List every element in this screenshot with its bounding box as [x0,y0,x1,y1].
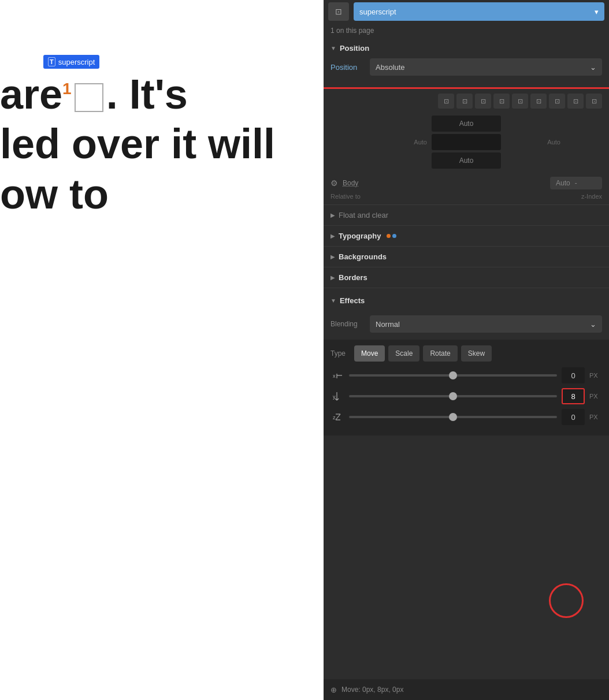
z-index-dash: - [575,179,577,187]
content-text: are1. It's led over it will ow to [0,69,275,219]
z-slider-track[interactable] [349,416,557,418]
align-btn-1[interactable]: ⊡ [438,94,454,109]
y-value-annotation [549,583,584,618]
z-index-text: z-Index [581,193,602,200]
dot-blue-icon [392,234,396,238]
float-clear-chevron-icon: ▶ [331,212,335,218]
y-unit-label: PX [589,393,602,400]
square-placeholder [75,83,103,112]
x-slider-track[interactable] [349,374,557,377]
position-left-label: Auto [414,139,427,146]
move-icon: ⊕ [331,686,337,694]
float-clear-label: Float and clear [339,211,388,219]
typography-dots [387,234,396,238]
svg-line-9 [336,414,340,420]
position-top-input[interactable]: Auto [432,116,501,132]
properties-panel: ⊡ superscript ▾ 1 on this page ▼ Positio… [324,0,609,700]
svg-text:z: z [333,415,336,420]
bottom-status-bar: ⊕ Move: 0px, 8px, 0px [324,679,609,700]
gear-icon: ⚙ [331,178,338,188]
borders-title: Borders [339,273,367,282]
z-index-input[interactable]: Auto - [550,177,602,189]
transform-rotate-btn[interactable]: Rotate [423,345,457,362]
x-value-input[interactable]: 0 [562,367,585,383]
z-slider-thumb[interactable] [449,413,457,421]
body-label[interactable]: Body [343,179,545,187]
transform-type-row: Type Move Scale Rotate Skew [331,345,602,362]
element-name-dropdown[interactable]: superscript ▾ [354,2,604,21]
relative-to-row: ⚙ Body Auto - [324,173,609,193]
typography-section-header[interactable]: ▶ Typography [324,226,609,246]
position-trbl-container: Auto Auto Auto Auto [324,113,609,173]
y-value-input[interactable]: 8 [562,388,585,404]
blending-dropdown[interactable]: Normal ⌄ [370,315,602,333]
effects-title: Effects [340,296,365,305]
typography-title: Typography [339,232,381,240]
effects-chevron-icon: ▼ [331,297,336,304]
x-unit-label: PX [589,372,602,379]
position-type-value: Absolute [376,63,405,72]
position-bottom-input[interactable]: Auto [432,152,501,169]
align-btn-4[interactable]: ⊡ [493,94,510,109]
position-center-area [432,134,501,150]
text-icon: T [48,57,55,66]
element-type-icon: ⊡ [335,7,342,16]
content-panel: T superscript are1. It's led over it wil… [0,0,324,700]
z-value-input[interactable]: 0 [562,409,585,425]
align-btn-2[interactable]: ⊡ [456,94,473,109]
element-top-bar: ⊡ superscript ▾ [324,0,609,23]
borders-chevron-icon: ▶ [331,274,335,281]
align-btn-7[interactable]: ⊡ [549,94,565,109]
blending-arrow-icon: ⌄ [590,320,596,329]
effects-section-header[interactable]: ▼ Effects [324,291,609,311]
position-chevron-icon: ▼ [331,45,336,51]
relative-labels: Relative to z-Index [324,193,609,204]
x-axis-slider-row: x 0 PX [331,367,602,383]
superscript-number: 1 [62,80,72,98]
position-type-row: Position Absolute ⌄ [331,58,602,76]
on-page-count: 1 on this page [324,23,609,38]
element-icon-button[interactable]: ⊡ [328,2,349,21]
z-axis-icon: z [331,412,344,422]
blending-row: Blending Normal ⌄ [324,311,609,337]
backgrounds-chevron-icon: ▶ [331,254,335,260]
backgrounds-section-header[interactable]: ▶ Backgrounds [324,247,609,267]
borders-section-header[interactable]: ▶ Borders [324,267,609,288]
x-axis-icon: x [331,370,344,381]
align-btn-5[interactable]: ⊡ [512,94,528,109]
y-axis-slider-row: y 8 PX [331,388,602,404]
align-btn-9[interactable]: ⊡ [586,94,602,109]
transform-summary: Move: 0px, 8px, 0px [341,686,403,694]
effects-section: ▼ Effects Blending Normal ⌄ [324,288,609,340]
y-slider-thumb[interactable] [449,392,457,400]
position-controls: Position Absolute ⌄ [324,58,609,87]
y-slider-track[interactable] [349,395,557,397]
transform-skew-btn[interactable]: Skew [461,345,492,362]
transform-scale-btn[interactable]: Scale [388,345,419,362]
align-btn-8[interactable]: ⊡ [567,94,584,109]
relative-to-text: Relative to [331,193,361,200]
transform-move-btn[interactable]: Move [354,345,385,362]
element-name-text: superscript [359,8,396,16]
z-unit-label: PX [589,414,602,420]
x-slider-thumb[interactable] [449,371,457,379]
align-btn-3[interactable]: ⊡ [475,94,491,109]
position-type-dropdown[interactable]: Absolute ⌄ [370,58,602,76]
superscript-label[interactable]: T superscript [43,55,99,69]
backgrounds-title: Backgrounds [339,252,387,261]
position-type-label: Position [331,63,365,72]
float-clear-row[interactable]: ▶ Float and clear [324,205,609,225]
z-axis-slider-row: z 0 PX [331,409,602,425]
align-btn-6[interactable]: ⊡ [530,94,547,109]
element-name-label: superscript [58,58,95,66]
position-right-label: Auto [547,139,560,146]
position-dropdown-arrow: ⌄ [590,63,596,72]
dot-orange-icon [387,234,391,238]
position-section-header[interactable]: ▼ Position [324,38,609,58]
typography-chevron-icon: ▶ [331,233,335,239]
blending-value: Normal [376,320,400,329]
transform-section: Type Move Scale Rotate Skew x 0 PX [324,340,609,435]
transform-type-label: Type [331,349,351,358]
dropdown-arrow-icon: ▾ [595,8,599,16]
alignment-grid: ⊡ ⊡ ⊡ ⊡ ⊡ ⊡ ⊡ ⊡ ⊡ [324,89,609,113]
